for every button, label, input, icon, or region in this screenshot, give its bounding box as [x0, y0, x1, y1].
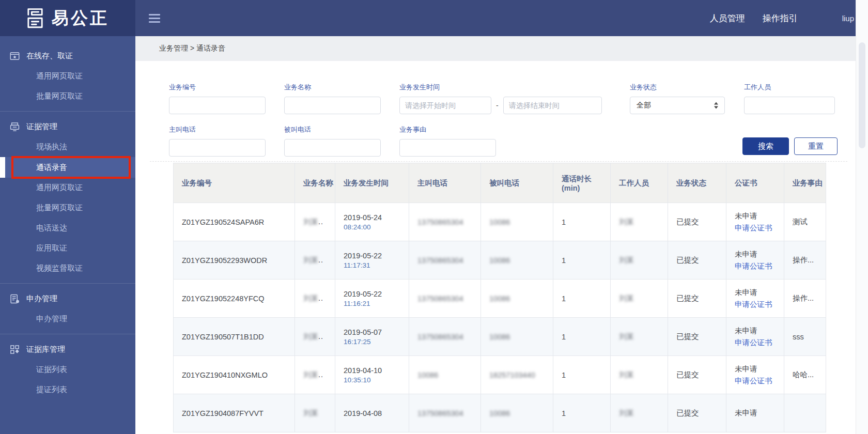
reason-label: 业务事由	[399, 125, 496, 134]
cell-duration: 1	[553, 394, 611, 432]
sidebar-item[interactable]: 通话录音	[0, 157, 135, 178]
apply-cert-link[interactable]: 申请公证书	[735, 338, 784, 348]
cell-duration: 1	[553, 356, 611, 394]
cell-biz-name: 刘某..	[295, 203, 335, 241]
date-range-separator: -	[496, 101, 499, 110]
cell-biz-name: 刘某..	[295, 318, 335, 356]
start-time-input[interactable]	[399, 97, 491, 114]
apply-cert-link[interactable]: 申请公证书	[735, 300, 784, 309]
cell-biz-time: 2019-05-2211:17:31	[335, 241, 409, 280]
sidebar-divider	[0, 283, 135, 284]
sidebar-item[interactable]: 应用取证	[0, 238, 135, 258]
apply-cert-link[interactable]: 申请公证书	[735, 223, 784, 233]
library-grid-icon	[10, 345, 20, 354]
cell-status: 已提交	[668, 241, 726, 280]
status-text: 已提交	[676, 332, 699, 340]
cell-worker: 刘某	[611, 280, 668, 318]
cell-status: 已提交	[668, 356, 726, 394]
logo[interactable]: 易公正	[0, 0, 135, 36]
worker-input[interactable]	[744, 97, 835, 114]
scrollbar-thumb[interactable]	[859, 42, 865, 148]
sidebar-item[interactable]: 提证列表	[0, 380, 135, 400]
biz-name-input[interactable]	[284, 97, 381, 114]
reason-input[interactable]	[399, 139, 496, 157]
vertical-scrollbar[interactable]	[856, 0, 868, 434]
status-select[interactable]: 全部	[630, 97, 725, 114]
sidebar-item[interactable]: 视频监督取证	[0, 258, 135, 278]
cell-worker: 刘某	[611, 394, 668, 432]
reset-button[interactable]: 重置	[794, 137, 838, 155]
cell-duration: 1	[553, 203, 611, 241]
sidebar-item-label: 现场执法	[36, 142, 67, 152]
sidebar-group-label: 在线存、取证	[26, 51, 73, 61]
sidebar-menu: 在线存、取证 通用网页取证 批量网页取证 证据管理 现场执法 通话录音 通用网页…	[0, 36, 135, 400]
column-header: 主叫电话	[409, 163, 481, 203]
sidebar-item[interactable]: 批量网页取证	[0, 86, 135, 106]
caller-input[interactable]	[169, 139, 266, 157]
cell-status: 已提交	[668, 394, 726, 432]
search-button[interactable]: 搜索	[742, 137, 789, 155]
sidebar-group[interactable]: 申办管理	[0, 288, 135, 309]
table-row: Z01YGZ19052248YFCQ 刘某.. 2019-05-2211:16:…	[174, 280, 826, 318]
column-header: 通话时长(min)	[553, 163, 611, 203]
main-content: 业务管理 > 通话录音 业务编号 业务名称 业务发生时间 - 业务状态	[135, 36, 856, 434]
annotation-highlight-box	[11, 156, 131, 179]
field-callee: 被叫电话	[284, 125, 381, 157]
sidebar-item[interactable]: 通用网页取证	[0, 178, 135, 198]
username[interactable]: liup	[842, 14, 854, 23]
biz-no-input[interactable]	[169, 97, 266, 114]
search-filter-panel: 业务编号 业务名称 业务发生时间 - 业务状态 全部	[135, 61, 856, 162]
cell-biz-time: 2019-04-08	[335, 394, 409, 432]
topnav-operation-guide[interactable]: 操作指引	[763, 12, 798, 24]
cell-cert: 未申请申请公证书	[726, 203, 784, 241]
cell-biz-name: 刘某..	[295, 241, 335, 280]
sidebar-item[interactable]: 通用网页取证	[0, 66, 135, 86]
cell-worker: 刘某	[611, 241, 668, 280]
sidebar-divider	[0, 334, 135, 334]
sidebar-item-label: 申办管理	[36, 314, 67, 324]
cell-duration: 1	[553, 241, 611, 280]
cell-callee: 10086	[481, 280, 553, 318]
section-divider	[150, 161, 847, 162]
field-biz-time: 业务发生时间 -	[399, 83, 612, 114]
field-caller: 主叫电话	[169, 125, 266, 157]
apply-cert-link[interactable]: 申请公证书	[735, 376, 784, 386]
cell-caller: 13750865304	[409, 394, 481, 432]
sidebar-item[interactable]: 批量网页取证	[0, 198, 135, 218]
status-text: 已提交	[676, 218, 699, 226]
sidebar-item[interactable]: 申办管理	[0, 309, 135, 329]
sidebar-item[interactable]: 现场执法	[0, 137, 135, 157]
table-row: Z01YGZ1904087FYVVT 刘某 2019-04-08 1375086…	[174, 394, 826, 432]
cell-callee: 18257103440	[481, 356, 553, 394]
field-biz-no: 业务编号	[169, 83, 266, 114]
topbar-nav: 人员管理 操作指引 liup	[710, 12, 868, 24]
logo-text: 易公正	[52, 7, 109, 30]
callee-input[interactable]	[284, 139, 381, 157]
cell-callee: 10086	[481, 394, 553, 432]
table-body: Z01YGZ190524SAPA6R 刘某.. 2019-05-2408:24:…	[174, 203, 826, 432]
sidebar-item[interactable]: 证据列表	[0, 360, 135, 380]
cell-status: 已提交	[668, 203, 726, 241]
cell-caller: 13750865304	[409, 280, 481, 318]
topnav-personnel-management[interactable]: 人员管理	[710, 12, 745, 24]
status-text: 已提交	[676, 256, 699, 264]
topbar: 易公正 人员管理 操作指引 liup	[0, 0, 868, 36]
hamburger-menu-icon[interactable]	[149, 14, 160, 23]
logo-icon	[24, 6, 47, 30]
apply-doc-icon	[10, 294, 20, 304]
sidebar-item-label: 批量网页取证	[36, 203, 83, 213]
sidebar-group[interactable]: 证据库管理	[0, 339, 135, 360]
cell-biz-time: 2019-04-1010:35:10	[335, 356, 409, 394]
cell-cert: 未申请	[726, 394, 784, 432]
cell-biz-name: 刘某	[295, 394, 335, 432]
apply-cert-link[interactable]: 申请公证书	[735, 261, 784, 271]
field-worker: 工作人员	[744, 83, 835, 114]
sidebar-group[interactable]: 证据管理	[0, 116, 135, 137]
field-reason: 业务事由	[399, 125, 496, 157]
biz-no-label: 业务编号	[169, 83, 266, 92]
end-time-input[interactable]	[503, 97, 602, 114]
sidebar-item[interactable]: 电话送达	[0, 218, 135, 238]
cell-worker: 刘某	[611, 356, 668, 394]
cell-callee: 10086	[481, 203, 553, 241]
sidebar-group[interactable]: 在线存、取证	[0, 45, 135, 66]
